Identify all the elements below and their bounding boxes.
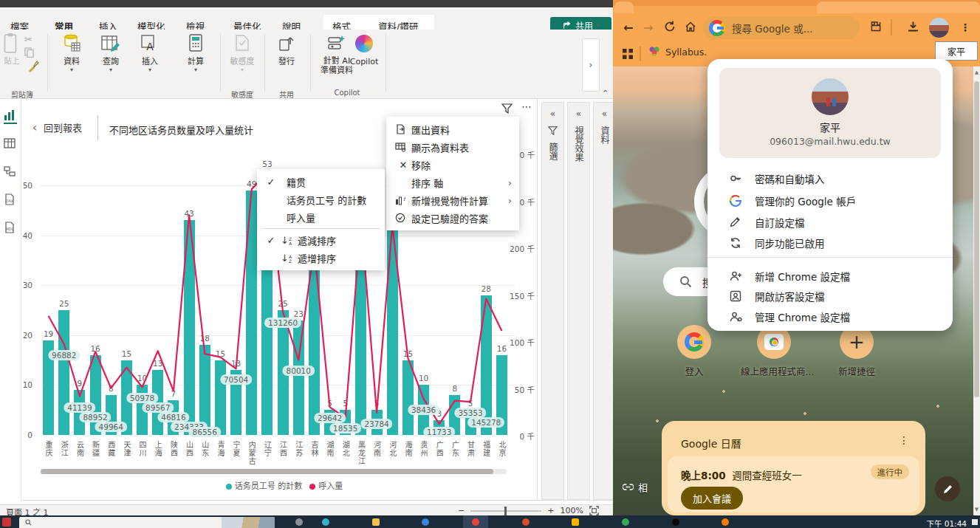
bar-海南[interactable] xyxy=(402,360,414,435)
menu-item-sync-enabled[interactable]: 同步功能已啟用 xyxy=(719,233,941,253)
taskbar-app-icon-7[interactable] xyxy=(572,518,579,526)
menu-item-guest-profile[interactable]: 開啟訪客設定檔 xyxy=(719,286,941,306)
sort-field-option[interactable]: ✓ 籍贯 xyxy=(257,173,385,191)
x-axis-label: 福建 xyxy=(481,441,492,457)
bar-label: 53 xyxy=(262,160,272,168)
taskbar-app-icon-9[interactable] xyxy=(672,518,679,526)
line-label: 18535 xyxy=(329,423,361,433)
home-icon[interactable] xyxy=(685,21,696,32)
taskbar-app-icon-10[interactable] xyxy=(722,518,729,526)
shortcut-sign-in[interactable]: 登入 xyxy=(661,325,727,378)
customize-pencil-button[interactable] xyxy=(935,476,960,501)
taskbar-app-icon-8[interactable] xyxy=(622,518,629,526)
menu-item-manage-profiles[interactable]: 管理 Chrome 設定檔 xyxy=(719,306,941,326)
svg-text:fx: fx xyxy=(403,196,405,202)
taskbar-app-icon-3[interactable] xyxy=(372,518,380,526)
x-axis-label: 天津 xyxy=(121,441,132,457)
x-axis-label: 黑龙江 xyxy=(355,441,366,465)
line-label: 145278 xyxy=(467,417,504,428)
menu-item-sort-axis[interactable]: 排序 軸 › xyxy=(386,174,519,191)
chrome-tab[interactable] xyxy=(614,1,634,13)
menu-item-show-as-table[interactable]: 顯示為資料表 xyxy=(386,138,519,156)
sort-ascending-option[interactable]: ↓AZ 遞增排序 xyxy=(257,249,385,267)
bookmarks-divider xyxy=(640,47,641,61)
line-label: 131260 xyxy=(264,318,301,328)
sort-field-option[interactable]: 话务员工号 的計數 xyxy=(257,191,385,208)
back-icon[interactable]: ← xyxy=(623,21,633,35)
reload-icon[interactable] xyxy=(664,21,676,32)
x-axis-label: 云南 xyxy=(74,441,85,457)
taskbar-app-icon-4[interactable] xyxy=(422,518,429,526)
menu-item-passwords[interactable]: 密碼和自動填入 xyxy=(719,168,941,188)
x-axis-label: 江西 xyxy=(278,441,289,457)
join-meeting-button[interactable]: 加入會議 xyxy=(681,487,743,510)
apps-grid-icon[interactable] xyxy=(623,49,633,59)
address-bar[interactable]: 搜尋 Google 或... xyxy=(703,16,860,39)
profile-photo-avatar xyxy=(812,78,849,115)
taskbar-clock[interactable]: 下午 01:44 xyxy=(926,518,967,528)
bar-江苏[interactable] xyxy=(293,320,304,435)
forward-icon[interactable]: → xyxy=(643,21,653,35)
kebab-menu-icon[interactable]: ⋮ xyxy=(960,21,970,33)
extensions-puzzle-icon[interactable] xyxy=(870,21,882,32)
chart-legend: 话务员工号 的計數呼入量 xyxy=(185,479,377,491)
menu-item-label: 同步功能已啟用 xyxy=(755,236,825,250)
menu-item-remove[interactable]: ✕ 移除 xyxy=(386,156,519,174)
sort-descending-option[interactable]: ✓ ↓ZA 遞減排序 xyxy=(257,231,385,249)
bar-label: 9 xyxy=(78,379,83,388)
taskbar-app-icon-1[interactable] xyxy=(295,518,303,526)
shortcut-add[interactable]: +新增捷徑 xyxy=(823,325,890,378)
bar-label: 8 xyxy=(109,384,114,393)
menu-item-set-verified-answers[interactable]: 設定已驗證的答案 xyxy=(386,209,519,227)
bar-label: 5 xyxy=(468,399,473,408)
menu-item-customize-profile[interactable]: 自訂設定檔 xyxy=(719,212,941,232)
taskbar-app-icon-5[interactable] xyxy=(472,518,479,526)
download-icon[interactable] xyxy=(907,21,919,33)
chrome-active-tab[interactable] xyxy=(817,1,980,13)
shortcut-web-store[interactable]: 線上應用程式商... xyxy=(741,325,807,378)
bar-label: 49 xyxy=(247,179,256,188)
x-axis-label: 山西 xyxy=(184,441,195,457)
scrollbar-thumb[interactable] xyxy=(974,81,979,397)
x-axis-label: 重庆 xyxy=(43,441,54,457)
taskbar-app-icon-2[interactable] xyxy=(322,518,329,526)
bar-内蒙古[interactable] xyxy=(246,191,257,435)
bar-山西[interactable] xyxy=(184,220,195,435)
taskbar-start-area[interactable] xyxy=(2,518,11,527)
profile-email: 096013@mail.hwu.edu.tw xyxy=(719,136,941,147)
x-axis-label: 吉林 xyxy=(309,441,320,457)
guest-icon xyxy=(730,290,744,302)
menu-item-new-visual-calculation[interactable]: fx 新增視覺物件計算 › xyxy=(386,191,519,209)
sort-asc-icon: ↓AZ xyxy=(281,253,292,264)
menu-item-manage-google-account[interactable]: 管理你的 Google 帳戶 xyxy=(719,191,941,210)
scroll-up-icon[interactable]: ▲ xyxy=(973,69,980,75)
taskbar-app-icon-6[interactable] xyxy=(522,518,530,526)
x-axis-label: 北京 xyxy=(496,441,507,457)
event-time: 晚上8:00 xyxy=(681,470,726,481)
sort-field-option[interactable]: 呼入量 xyxy=(257,208,385,226)
scroll-down-icon[interactable]: ▼ xyxy=(973,507,980,512)
bar-青海[interactable] xyxy=(215,360,226,435)
bookmark-syllabus[interactable]: Syllabus. xyxy=(648,46,707,58)
photo-credit-chip[interactable]: 相 xyxy=(623,480,648,494)
taskbar-search-box[interactable] xyxy=(19,517,275,528)
bar-label: 5 xyxy=(327,399,332,408)
chrome-window: ← → 搜尋 Google 或... ⋮ xyxy=(613,0,980,515)
toolbar-divider xyxy=(891,19,892,35)
x-axis-label: 宁夏 xyxy=(230,441,241,457)
taskbar-tray-icon[interactable] xyxy=(972,519,978,525)
bar-label: 13 xyxy=(153,359,162,368)
check-icon: ✓ xyxy=(261,176,281,188)
search-icon xyxy=(679,275,692,288)
calendar-kebab-icon[interactable]: ⋮ xyxy=(899,434,909,446)
menu-item-label: 自訂設定檔 xyxy=(755,215,805,230)
profile-avatar[interactable] xyxy=(929,18,949,38)
bar-浙江[interactable] xyxy=(58,310,69,435)
menu-item-add-profile[interactable]: 新增 Chrome 設定檔 xyxy=(719,266,941,286)
menu-item-export-data[interactable]: 匯出資料 xyxy=(386,120,519,138)
x-axis-label: 新疆 xyxy=(90,441,101,457)
calendar-event: 晚上8:00 週間查經班女一 進行中 加入會議 xyxy=(668,456,919,512)
key-icon xyxy=(730,172,744,185)
x-axis-label: 湖南 xyxy=(324,441,335,457)
bar-河北[interactable] xyxy=(387,205,398,435)
